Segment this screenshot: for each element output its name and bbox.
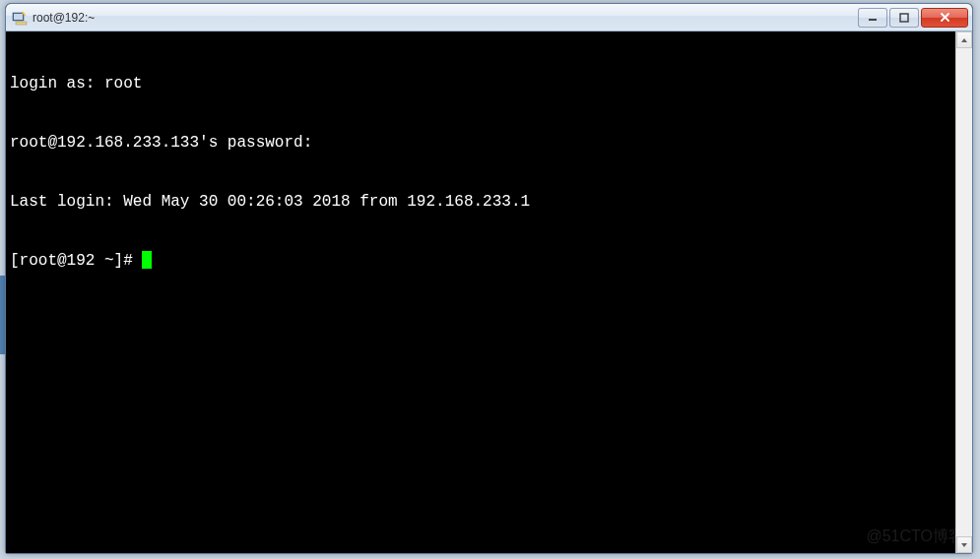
terminal-content[interactable]: login as: root root@192.168.233.133's pa…: [6, 31, 955, 553]
terminal-prompt-line: [root@192 ~]#: [10, 251, 951, 271]
maximize-button[interactable]: [889, 8, 919, 28]
terminal-window: root@192:~ login as: root root@192.168.2…: [5, 3, 973, 554]
minimize-button[interactable]: [858, 8, 887, 28]
window-controls: [856, 8, 968, 28]
scroll-down-button[interactable]: [956, 536, 972, 553]
svg-rect-5: [900, 14, 908, 22]
svg-rect-1: [14, 14, 23, 20]
terminal-line: login as: root: [10, 74, 951, 93]
terminal-line: root@192.168.233.133's password:: [10, 133, 951, 153]
terminal-prompt: [root@192 ~]#: [10, 252, 142, 270]
scrollbar-track[interactable]: [956, 48, 972, 536]
scrollbar[interactable]: [955, 31, 972, 553]
putty-icon: [12, 10, 28, 26]
close-button[interactable]: [921, 8, 968, 28]
titlebar[interactable]: root@192:~: [6, 4, 972, 31]
cursor: [142, 251, 152, 269]
terminal-area: login as: root root@192.168.233.133's pa…: [6, 31, 972, 553]
svg-rect-4: [869, 19, 877, 21]
terminal-line: Last login: Wed May 30 00:26:03 2018 fro…: [10, 192, 951, 212]
svg-rect-2: [16, 22, 27, 25]
window-title: root@192:~: [33, 11, 856, 25]
scroll-up-button[interactable]: [956, 31, 972, 48]
